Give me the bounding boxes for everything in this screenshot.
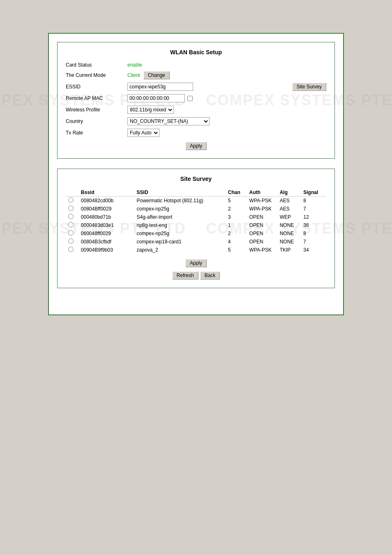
back-button[interactable]: Back	[200, 271, 220, 280]
cell-chan-1: 2	[226, 205, 247, 213]
cell-bssid-5: 00804B3cfbdf	[78, 238, 134, 246]
table-row: 060048ff0029 compex-np25g 2 OPEN NONE 8	[66, 229, 326, 238]
cell-signal-0: 8	[301, 197, 326, 205]
site-survey-radio-2[interactable]	[68, 214, 74, 219]
cell-chan-6: 5	[226, 246, 247, 254]
current-mode-value: Client	[127, 72, 140, 78]
wlan-section-title: WLAN Basic Setup	[66, 49, 326, 56]
table-header-row: Bssid SSID Chan Auth Alg Signal	[66, 189, 326, 197]
site-survey-title: Site Survey	[66, 176, 326, 182]
cell-alg-4: NONE	[277, 229, 301, 238]
cell-ssid-5: compex-wp18-card1	[134, 238, 226, 246]
site-survey-radio-6[interactable]	[68, 247, 74, 252]
remote-ap-mac-checkbox[interactable]	[187, 96, 193, 101]
site-survey-section: COMPEX SYSTEMS PTE LTD COMPEX SYSTEMS PT…	[57, 169, 335, 288]
site-survey-radio-1[interactable]	[68, 206, 74, 211]
cell-ssid-0: Powermatic Hotspot (802.11g)	[134, 197, 226, 205]
site-survey-table: Bssid SSID Chan Auth Alg Signal 0080482c…	[66, 189, 326, 254]
cell-bssid-2: 000480bd71b	[78, 213, 134, 221]
cell-signal-2: 12	[301, 213, 326, 221]
bottom-buttons: Refresh Back	[66, 271, 326, 280]
site-survey-radio-3[interactable]	[68, 222, 74, 227]
cell-alg-5: NONE	[277, 238, 301, 246]
cell-signal-5: 7	[301, 238, 326, 246]
cell-bssid-3: 0000483d03e1	[78, 221, 134, 229]
site-survey-radio-4[interactable]	[68, 230, 74, 236]
site-survey-apply-button[interactable]: Apply	[185, 259, 207, 267]
cell-ssid-3: np8g-test-eng	[134, 221, 226, 229]
cell-ssid-1: compex-np25g	[134, 205, 226, 213]
col-header-signal: Signal	[301, 189, 326, 197]
cell-auth-2: OPEN	[247, 213, 277, 221]
cell-auth-4: OPEN	[247, 229, 277, 238]
site-survey-apply-row: Apply	[66, 259, 326, 267]
current-mode-label: The Current Mode	[66, 72, 127, 78]
refresh-button[interactable]: Refresh	[172, 271, 198, 280]
essid-row: ESSID Site Survey	[66, 83, 326, 91]
cell-ssid-4: compex-np25g	[134, 229, 226, 238]
remote-ap-mac-label: Remote AP MAC	[66, 95, 127, 101]
country-select[interactable]: NO_COUNTRY_SET-(NA)	[127, 117, 210, 125]
card-status-value: enable	[127, 62, 142, 68]
wlan-apply-row: Apply	[66, 142, 326, 150]
cell-alg-3: NONE	[277, 221, 301, 229]
tx-rate-row: Tx Rate Fully Auto 1Mbps 2Mbps 5.5Mbps 1…	[66, 129, 326, 137]
cell-ssid-2: S4g-after-import	[134, 213, 226, 221]
remote-ap-mac-row: Remote AP MAC	[66, 94, 326, 102]
cell-alg-6: TKIP	[277, 246, 301, 254]
cell-ssid-6: zapova_2	[134, 246, 226, 254]
country-row: Country NO_COUNTRY_SET-(NA)	[66, 117, 326, 125]
col-header-ssid: SSID	[134, 189, 226, 197]
col-header-chan: Chan	[226, 189, 247, 197]
wlan-apply-button[interactable]: Apply	[185, 142, 207, 150]
table-row: 00804B3cfbdf compex-wp18-card1 4 OPEN NO…	[66, 238, 326, 246]
cell-auth-3: OPEN	[247, 221, 277, 229]
cell-alg-1: AES	[277, 205, 301, 213]
wireless-profile-row: Wireless Profile 802.11b/g mixed 802.11b…	[66, 106, 326, 114]
wireless-profile-label: Wireless Profile	[66, 107, 127, 113]
cell-chan-2: 3	[226, 213, 247, 221]
wlan-basic-setup-section: COMPEX SYSTEMS PTE LTD COMPEX SYSTEMS PT…	[57, 42, 335, 159]
main-container: COMPEX SYSTEMS PTE LTD COMPEX SYSTEMS PT…	[48, 33, 344, 315]
table-row: 0000483d03e1 np8g-test-eng 1 OPEN NONE 3…	[66, 221, 326, 229]
cell-chan-4: 2	[226, 229, 247, 238]
table-row: 0080482cd00b Powermatic Hotspot (802.11g…	[66, 197, 326, 205]
table-row: 00904B9f9b03 zapova_2 5 WPA-PSK TKIP 34	[66, 246, 326, 254]
site-survey-button[interactable]: Site Survey	[292, 83, 326, 91]
site-survey-radio-5[interactable]	[68, 238, 74, 244]
cell-auth-6: WPA-PSK	[247, 246, 277, 254]
col-header-auth: Auth	[247, 189, 277, 197]
essid-input[interactable]	[127, 83, 193, 91]
col-header-radio	[66, 189, 78, 197]
remote-ap-mac-input[interactable]	[127, 94, 185, 102]
essid-label: ESSID	[66, 84, 127, 90]
cell-bssid-0: 0080482cd00b	[78, 197, 134, 205]
cell-chan-5: 4	[226, 238, 247, 246]
wireless-profile-select[interactable]: 802.11b/g mixed 802.11b only 802.11g onl…	[127, 106, 174, 114]
cell-alg-2: WEP	[277, 213, 301, 221]
site-survey-radio-0[interactable]	[68, 197, 74, 203]
change-button[interactable]: Change	[143, 71, 170, 79]
card-status-row: Card Status enable	[66, 62, 326, 68]
card-status-label: Card Status	[66, 62, 127, 68]
tx-rate-select[interactable]: Fully Auto 1Mbps 2Mbps 5.5Mbps 11Mbps 54…	[127, 129, 159, 137]
cell-signal-3: 36	[301, 221, 326, 229]
remote-ap-mac-inputs	[127, 94, 193, 102]
tx-rate-label: Tx Rate	[66, 130, 127, 136]
table-row: 000480bd71b S4g-after-import 3 OPEN WEP …	[66, 213, 326, 221]
cell-chan-3: 1	[226, 221, 247, 229]
cell-auth-5: OPEN	[247, 238, 277, 246]
country-label: Country	[66, 118, 127, 124]
cell-bssid-1: 00804Bff0029	[78, 205, 134, 213]
cell-signal-4: 8	[301, 229, 326, 238]
cell-auth-1: WPA-PSK	[247, 205, 277, 213]
cell-bssid-4: 060048ff0029	[78, 229, 134, 238]
col-header-alg: Alg	[277, 189, 301, 197]
cell-bssid-6: 00904B9f9b03	[78, 246, 134, 254]
cell-signal-6: 34	[301, 246, 326, 254]
current-mode-row: The Current Mode Client Change	[66, 71, 326, 79]
col-header-bssid: Bssid	[78, 189, 134, 197]
cell-auth-0: WPA-PSK	[247, 197, 277, 205]
table-row: 00804Bff0029 compex-np25g 2 WPA-PSK AES …	[66, 205, 326, 213]
cell-chan-0: 5	[226, 197, 247, 205]
